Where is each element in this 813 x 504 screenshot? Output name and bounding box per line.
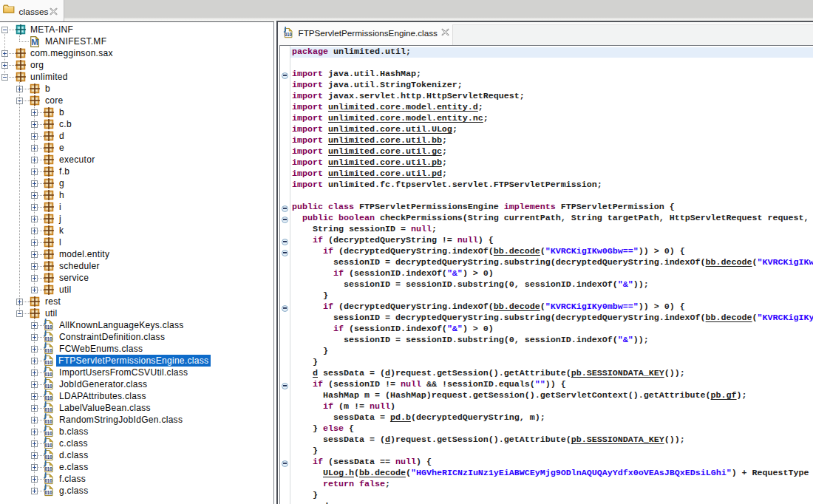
svg-text:010: 010 — [44, 489, 52, 496]
svg-text:010: 010 — [44, 336, 52, 342]
svg-text:010: 010 — [44, 418, 52, 425]
svg-text:010: 010 — [44, 383, 52, 389]
svg-text:010: 010 — [44, 347, 52, 354]
svg-text:010: 010 — [44, 466, 52, 472]
svg-text:010: 010 — [44, 442, 52, 449]
svg-text:010: 010 — [44, 371, 52, 378]
svg-text:010: 010 — [44, 430, 52, 437]
svg-text:010: 010 — [44, 477, 52, 484]
svg-text:010: 010 — [44, 324, 52, 330]
svg-text:M: M — [31, 38, 38, 47]
svg-text:010: 010 — [44, 454, 52, 460]
svg-text:010: 010 — [44, 406, 52, 413]
svg-text:010: 010 — [44, 395, 52, 401]
svg-text:010: 010 — [284, 31, 291, 38]
svg-text:010: 010 — [44, 359, 52, 366]
